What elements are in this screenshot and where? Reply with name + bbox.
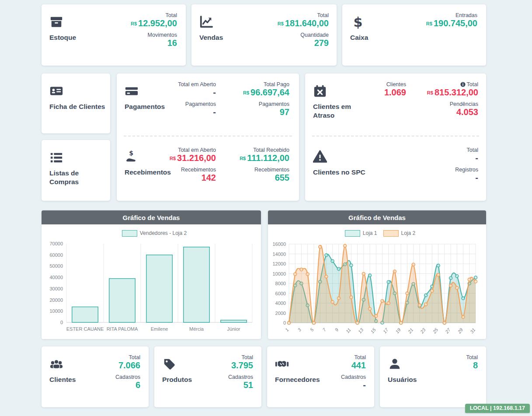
stat-value: - xyxy=(178,107,216,117)
card-atraso-spc[interactable]: Clientes em Atraso Clientes 1.069 Total … xyxy=(305,73,486,201)
stat-label: Total em Aberto xyxy=(170,147,216,153)
sales-line-chart-card: Gráfico de Vendas Loja 1 Loja 2 02000400… xyxy=(268,210,486,339)
legend-swatch-loja2 xyxy=(383,230,399,237)
stat-value: 6 xyxy=(115,380,140,390)
stat-value: 441 xyxy=(341,360,366,370)
card-clientes[interactable]: Clientes Total 7.066 Cadastros 6 xyxy=(42,346,149,407)
stat: Entradas R$190.745,00 xyxy=(426,12,477,28)
stat: Total R$815.312,00 xyxy=(427,81,478,97)
legend-swatch-teal xyxy=(122,230,137,237)
svg-text:14000: 14000 xyxy=(272,252,286,257)
stat: Pagamentos - xyxy=(178,101,216,117)
stat-label: Quantidade xyxy=(278,32,329,38)
stat-value: 7.066 xyxy=(115,360,140,370)
stat: Total 441 xyxy=(341,354,366,370)
card-title: Clientes no SPC xyxy=(313,168,365,177)
stat: Recebimentos 655 xyxy=(240,167,289,182)
stat-label: Total Pago xyxy=(243,81,289,87)
bar-chart-area: Vendedores - Loja 2 01000020000300004000… xyxy=(42,224,261,339)
svg-text:3: 3 xyxy=(296,327,302,332)
svg-text:10000: 10000 xyxy=(49,308,63,314)
bar-chart-svg: 010000200003000040000500006000070000ESTE… xyxy=(42,238,261,339)
card-title: Recebimentos xyxy=(125,168,171,177)
stat-label: Total xyxy=(341,354,366,360)
section-clientes-atraso: Clientes em Atraso Clientes 1.069 Total … xyxy=(305,73,486,136)
tag-icon xyxy=(162,357,176,371)
svg-text:Emilene: Emilene xyxy=(151,326,168,332)
card-vendas[interactable]: Vendas Total R$181.640,00 Quantidade 279 xyxy=(191,4,337,66)
handshake-icon xyxy=(275,357,289,371)
card-title: Listas de Compras xyxy=(49,169,97,186)
svg-text:0: 0 xyxy=(60,320,63,325)
svg-text:40000: 40000 xyxy=(49,275,63,280)
svg-text:6000: 6000 xyxy=(275,291,286,296)
svg-text:21: 21 xyxy=(407,327,414,335)
card-usuarios[interactable]: Usuários Total 8 xyxy=(380,346,486,407)
stat-label: Recebimentos xyxy=(170,167,216,173)
stat: Total em Aberto R$31.216,00 xyxy=(170,147,216,163)
stat-label: Recebimentos xyxy=(240,167,289,173)
stat-value: - xyxy=(178,87,216,97)
stat-label: Total xyxy=(278,12,329,18)
svg-text:31: 31 xyxy=(469,327,476,335)
svg-text:ESTER CAUANE: ESTER CAUANE xyxy=(66,326,104,332)
svg-text:17: 17 xyxy=(382,327,389,335)
stat: Total - xyxy=(455,147,478,163)
section-pagamentos: Pagamentos Total em Aberto - Pagamentos … xyxy=(117,73,299,136)
stat-value: R$12.952,00 xyxy=(131,18,177,28)
bar-chart-legend: Vendedores - Loja 2 xyxy=(42,224,261,238)
chart-line-icon xyxy=(199,15,213,29)
card-caixa[interactable]: $ Caixa Entradas R$190.745,00 xyxy=(342,4,486,66)
svg-text:29: 29 xyxy=(456,327,464,335)
card-title: Usuários xyxy=(388,375,417,384)
svg-text:9: 9 xyxy=(334,327,339,332)
svg-text:4000: 4000 xyxy=(275,301,286,306)
svg-text:15: 15 xyxy=(369,327,377,334)
dashed-divider xyxy=(124,136,292,136)
stat-label: Registros xyxy=(455,167,478,173)
svg-text:Mércia: Mércia xyxy=(189,326,204,332)
stat-label: Total xyxy=(466,354,478,360)
stat-label: Total xyxy=(131,12,177,18)
stat-label: Entradas xyxy=(426,12,477,18)
card-listas-compras[interactable]: Listas de Compras xyxy=(42,140,110,201)
stat-value: 279 xyxy=(278,38,329,48)
stat-value: - xyxy=(455,173,478,182)
card-fornecedores[interactable]: Fornecedores Total 441 Cadastros - xyxy=(267,346,374,407)
stat-label: Cadastros xyxy=(341,374,366,380)
stat-value: 1.069 xyxy=(384,87,406,97)
users-icon xyxy=(49,357,63,371)
stat: Pendências 4.053 xyxy=(427,101,478,117)
svg-text:8000: 8000 xyxy=(275,281,286,286)
info-icon xyxy=(460,82,466,87)
card-ficha-clientes[interactable]: Ficha de Clientes xyxy=(42,73,110,133)
stat-value: R$181.640,00 xyxy=(278,18,329,28)
dollar-sign-icon: $ xyxy=(350,15,364,29)
stat-value: 16 xyxy=(131,38,177,48)
svg-text:$: $ xyxy=(354,15,363,29)
stat-label: Movimentos xyxy=(131,32,177,38)
local-ip-badge: LOCAL | 192.168.1.17 xyxy=(465,404,530,413)
credit-card-icon xyxy=(125,84,139,98)
card-title: Fornecedores xyxy=(275,375,320,384)
stat: Total em Aberto - xyxy=(178,81,216,97)
card-produtos[interactable]: Produtos Total 3.795 Cadastros 51 xyxy=(154,346,261,407)
svg-text:50000: 50000 xyxy=(49,263,63,269)
svg-text:12000: 12000 xyxy=(272,261,286,266)
card-title: Clientes xyxy=(49,375,76,384)
calendar-xmark-icon xyxy=(313,84,327,98)
svg-text:7: 7 xyxy=(321,327,327,332)
list-icon xyxy=(49,150,63,164)
line-chart-svg: 0200040006000800010000120001400016000135… xyxy=(268,238,486,339)
stat: Pagamentos 97 xyxy=(243,101,289,117)
dashboard: Estoque Total R$12.952,00 Movimentos 16 … xyxy=(0,0,532,416)
svg-text:Júnior: Júnior xyxy=(227,326,240,332)
section-recebimentos: $ Recebimentos Total em Aberto R$31.216,… xyxy=(117,139,299,201)
svg-text:11: 11 xyxy=(345,327,352,334)
svg-text:60000: 60000 xyxy=(49,252,63,258)
section-clientes-spc: Clientes no SPC Total - Registros - xyxy=(305,139,486,201)
card-estoque[interactable]: Estoque Total R$12.952,00 Movimentos 16 xyxy=(42,4,186,66)
stat-value: R$31.216,00 xyxy=(170,153,216,163)
stat-label: Pagamentos xyxy=(243,101,289,107)
card-pagamentos-recebimentos[interactable]: Pagamentos Total em Aberto - Pagamentos … xyxy=(117,73,299,201)
